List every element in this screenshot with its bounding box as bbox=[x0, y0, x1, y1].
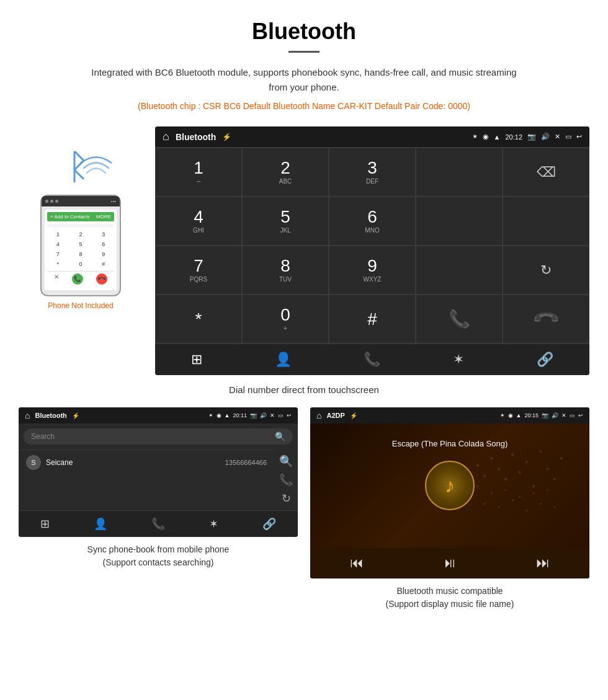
dial-key-9[interactable]: 9 WXYZ bbox=[329, 246, 416, 295]
loc-icon: ◉ bbox=[483, 133, 489, 141]
pb-nav-phone[interactable]: 📞 bbox=[151, 517, 165, 531]
pb-contact-name: Seicane bbox=[46, 458, 225, 467]
description-text: Integrated with BC6 Bluetooth module, su… bbox=[87, 65, 521, 95]
phonebook-statusbar: ⌂ Bluetooth ⚡ ✶ ◉ ▲ 20:11 📷 🔊 ✕ ▭ ↩ bbox=[19, 407, 298, 423]
specs-text: (Bluetooth chip : CSR BC6 Default Blueto… bbox=[0, 101, 608, 111]
svg-point-6 bbox=[483, 474, 486, 477]
svg-point-32 bbox=[547, 489, 548, 490]
pb-refresh-icon-side[interactable]: ↻ bbox=[279, 492, 293, 505]
phone-side: ••• + Add to Contacts MORE 123 456 789 *… bbox=[19, 126, 143, 375]
search-icon: 🔍 bbox=[275, 432, 285, 441]
pb-usb-icon: ⚡ bbox=[72, 412, 79, 419]
pb-home-icon[interactable]: ⌂ bbox=[25, 410, 30, 420]
pb-call-icon-side[interactable]: 📞 bbox=[279, 473, 293, 487]
music-title: A2DP bbox=[326, 412, 344, 419]
music-back-icon[interactable]: ↩ bbox=[578, 412, 583, 419]
title-divider bbox=[288, 51, 320, 53]
music-time: 20:15 bbox=[524, 412, 539, 419]
call-button[interactable]: 📞 bbox=[416, 295, 503, 343]
music-rect-icon[interactable]: ▭ bbox=[570, 412, 575, 419]
play-pause-button[interactable]: ⏯ bbox=[443, 555, 457, 571]
pb-avatar: S bbox=[26, 455, 41, 470]
dial-key-3[interactable]: 3 DEF bbox=[329, 148, 416, 197]
back-icon[interactable]: ↩ bbox=[576, 133, 582, 141]
dial-key-8[interactable]: 8 TUV bbox=[242, 246, 329, 295]
svg-point-22 bbox=[476, 485, 478, 487]
pb-time: 20:11 bbox=[233, 412, 247, 419]
wifi-icon-dial: ▲ bbox=[494, 133, 501, 141]
dial-key-hash[interactable]: # bbox=[329, 295, 416, 343]
pb-wifi-icon: ▲ bbox=[225, 412, 230, 419]
dial-key-5[interactable]: 5 JKL bbox=[242, 197, 329, 246]
album-art: ♪ bbox=[425, 461, 475, 510]
nav-link-icon[interactable]: 🔗 bbox=[537, 352, 553, 368]
music-bt-icon: ✶ bbox=[500, 412, 505, 419]
music-camera-icon: 📷 bbox=[542, 412, 548, 419]
pb-x-icon[interactable]: ✕ bbox=[270, 412, 275, 419]
nav-phone-icon[interactable]: 📞 bbox=[364, 352, 380, 368]
nav-bt-icon[interactable]: ✶ bbox=[453, 352, 464, 368]
end-call-button[interactable]: 📞 bbox=[503, 295, 589, 343]
dial-key-0[interactable]: 0 + bbox=[242, 295, 329, 343]
prev-track-button[interactable]: ⏮ bbox=[350, 555, 364, 571]
rect-icon[interactable]: ▭ bbox=[565, 133, 571, 141]
pb-title: Bluetooth bbox=[35, 412, 66, 419]
music-home-icon[interactable]: ⌂ bbox=[316, 410, 321, 420]
dial-key-star[interactable]: * bbox=[155, 295, 242, 343]
nav-dialpad-icon[interactable]: ⊞ bbox=[191, 352, 202, 368]
pb-nav-contacts[interactable]: 👤 bbox=[94, 517, 107, 531]
svg-point-9 bbox=[504, 478, 507, 481]
dial-screen: ⌂ Bluetooth ⚡ ✶ ◉ ▲ 20:12 📷 🔊 ✕ ▭ ↩ 1 ∽ bbox=[155, 126, 589, 375]
svg-point-16 bbox=[553, 478, 557, 481]
x-icon[interactable]: ✕ bbox=[555, 133, 560, 141]
pb-nav-dialpad[interactable]: ⊞ bbox=[40, 517, 50, 531]
svg-point-30 bbox=[532, 492, 534, 494]
phonebook-panel: ⌂ Bluetooth ⚡ ✶ ◉ ▲ 20:11 📷 🔊 ✕ ▭ ↩ bbox=[19, 407, 298, 611]
next-track-button[interactable]: ⏭ bbox=[536, 555, 550, 571]
pb-content: S Seicane 13566664466 🔍 📞 ↻ bbox=[19, 450, 298, 510]
pb-nav-link[interactable]: 🔗 bbox=[262, 517, 276, 531]
pb-search-bar[interactable]: Search 🔍 bbox=[24, 428, 293, 445]
dial-caption: Dial number direct from touchscreen bbox=[0, 384, 608, 395]
nav-contacts-icon[interactable]: 👤 bbox=[275, 352, 292, 368]
backspace-button[interactable]: ⌫ bbox=[503, 148, 589, 197]
pb-contact-number: 13566664466 bbox=[225, 459, 267, 466]
svg-point-13 bbox=[532, 485, 535, 488]
dial-bt-title: Bluetooth bbox=[176, 132, 216, 142]
pb-rect-icon[interactable]: ▭ bbox=[278, 412, 284, 419]
svg-point-11 bbox=[518, 471, 521, 474]
dialpad-grid: 1 ∽ 2 ABC 3 DEF ⌫ 4 GHI 5 JKL bbox=[155, 147, 589, 343]
dial-key-6[interactable]: 6 MNO bbox=[329, 197, 416, 246]
svg-point-26 bbox=[504, 489, 506, 490]
page-title: Bluetooth bbox=[0, 0, 608, 51]
pb-vol-icon: 🔊 bbox=[260, 412, 267, 419]
dial-key-2[interactable]: 2 ABC bbox=[242, 148, 329, 197]
bt-icon: ✶ bbox=[472, 133, 478, 141]
music-usb-icon: ⚡ bbox=[350, 412, 357, 419]
music-x-icon[interactable]: ✕ bbox=[561, 412, 566, 419]
vol-icon: 🔊 bbox=[541, 133, 550, 141]
refresh-button[interactable]: ↻ bbox=[503, 246, 589, 295]
svg-point-8 bbox=[498, 467, 501, 471]
pb-search-icon-side[interactable]: 🔍 bbox=[279, 454, 293, 468]
svg-point-24 bbox=[491, 492, 493, 494]
camera-icon: 📷 bbox=[527, 133, 536, 141]
pb-contact-row[interactable]: S Seicane 13566664466 bbox=[19, 450, 274, 475]
svg-point-23 bbox=[484, 503, 486, 505]
pb-camera-icon: 📷 bbox=[250, 412, 257, 419]
music-screen: ⌂ A2DP ⚡ ✶ ◉ ▲ 20:15 📷 🔊 ✕ ▭ ↩ bbox=[310, 407, 589, 578]
music-vol-icon: 🔊 bbox=[552, 412, 558, 419]
pb-nav-bt[interactable]: ✶ bbox=[209, 517, 218, 531]
music-caption: Bluetooth music compatible(Support displ… bbox=[386, 585, 514, 611]
dial-key-4[interactable]: 4 GHI bbox=[155, 197, 242, 246]
music-panel: ⌂ A2DP ⚡ ✶ ◉ ▲ 20:15 📷 🔊 ✕ ▭ ↩ bbox=[310, 407, 589, 611]
svg-point-33 bbox=[553, 506, 555, 508]
pb-back-icon[interactable]: ↩ bbox=[287, 412, 292, 419]
home-icon[interactable]: ⌂ bbox=[163, 130, 169, 143]
bluetooth-waves-icon bbox=[50, 145, 112, 195]
svg-point-28 bbox=[519, 495, 521, 497]
dial-key-1[interactable]: 1 ∽ bbox=[155, 148, 242, 197]
music-bg: Escape (The Pina Colada Song) ♪ bbox=[310, 423, 589, 547]
dial-key-7[interactable]: 7 PQRS bbox=[155, 246, 242, 295]
pb-loc-icon: ◉ bbox=[217, 412, 221, 419]
